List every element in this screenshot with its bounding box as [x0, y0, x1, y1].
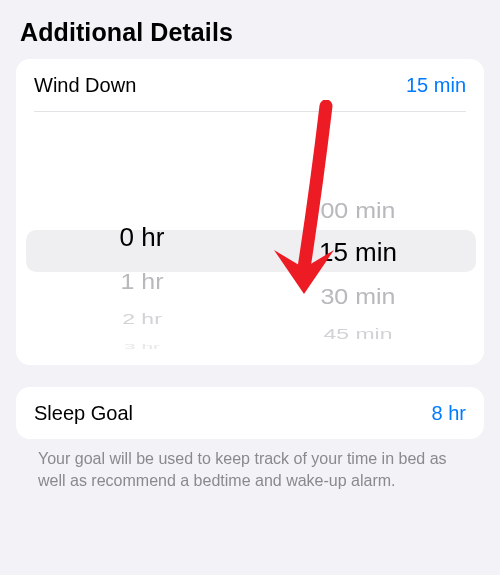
picker-hours-selected[interactable]: 0 hr: [34, 215, 250, 259]
picker-hours-column[interactable]: 0 hr 1 hr 2 hr 3 hr: [34, 112, 250, 357]
sleep-goal-label: Sleep Goal: [34, 402, 133, 425]
sleep-goal-card: Sleep Goal 8 hr: [16, 387, 484, 439]
picker-minutes-column[interactable]: 00 min 15 min 30 min 45 min: [250, 112, 466, 357]
wind-down-card: Wind Down 15 min 0 hr 1 hr 2 hr 3 hr 00 …: [16, 59, 484, 365]
picker-minutes-option[interactable]: 30 min: [250, 277, 466, 316]
picker-hours-option[interactable]: 2 hr: [34, 309, 250, 329]
sleep-goal-value: 8 hr: [432, 402, 466, 425]
section-header-additional-details: Additional Details: [20, 18, 480, 47]
sleep-goal-row[interactable]: Sleep Goal 8 hr: [16, 387, 484, 439]
picker-hours-option[interactable]: 1 hr: [34, 262, 250, 301]
wind-down-row[interactable]: Wind Down 15 min: [16, 59, 484, 111]
picker-minutes-option[interactable]: 45 min: [250, 324, 466, 344]
wind-down-value: 15 min: [406, 74, 466, 97]
wind-down-picker[interactable]: 0 hr 1 hr 2 hr 3 hr 00 min 15 min 30 min…: [16, 112, 484, 357]
picker-minutes-selected[interactable]: 15 min: [250, 230, 466, 274]
picker-hours-option[interactable]: 3 hr: [34, 342, 250, 350]
picker-minutes-option[interactable]: 00 min: [250, 192, 466, 227]
wind-down-label: Wind Down: [34, 74, 136, 97]
sleep-goal-description: Your goal will be used to keep track of …: [16, 448, 484, 501]
